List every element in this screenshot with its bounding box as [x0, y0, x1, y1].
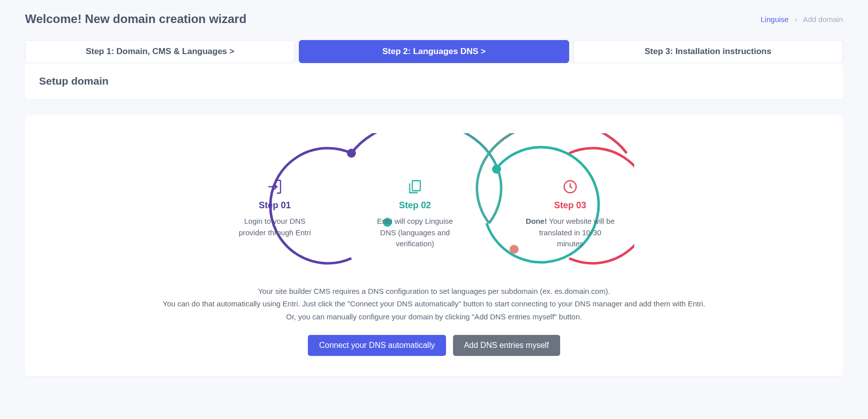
flow-step-3: Step 03 Done! Your website will be trans…: [525, 176, 615, 250]
flow-step-1-title: Step 01: [230, 200, 320, 211]
step-tab-3[interactable]: Step 3: Installation instructions: [573, 40, 843, 63]
page-title: Welcome! New domain creation wizard: [25, 12, 246, 26]
clock-icon: [525, 176, 615, 197]
wizard-steps: Step 1: Domain, CMS & Languages > Step 2…: [25, 40, 843, 63]
button-row: Connect your DNS automatically Add DNS e…: [55, 335, 813, 356]
step-tab-2[interactable]: Step 2: Languages DNS >: [299, 40, 569, 63]
flow-step-3-text: Done! Your website will be translated in…: [525, 216, 615, 250]
step-tab-1[interactable]: Step 1: Domain, CMS & Languages >: [25, 40, 295, 63]
flow-step-3-title: Step 03: [525, 200, 615, 211]
flow-step-2: Step 02 Entri will copy Linguise DNS (la…: [370, 176, 460, 250]
main-card: Step 01 Login to your DNS provider throu…: [25, 115, 843, 376]
flow-step-1-text: Login to your DNS provider through Entri: [230, 216, 320, 238]
flow-step-2-title: Step 02: [370, 200, 460, 211]
flow-step-2-text: Entri will copy Linguise DNS (languages …: [370, 216, 460, 250]
login-icon: [230, 176, 320, 197]
breadcrumb-current: Add domain: [803, 15, 843, 24]
connect-dns-button[interactable]: Connect your DNS automatically: [308, 335, 446, 356]
flow-steps-row: Step 01 Login to your DNS provider throu…: [55, 176, 813, 250]
description-text: Your site builder CMS requires a DNS con…: [134, 285, 734, 323]
setup-card: Setup domain: [25, 63, 843, 99]
setup-title: Setup domain: [39, 75, 829, 87]
svg-point-0: [347, 149, 356, 158]
add-dns-manual-button[interactable]: Add DNS entries myself: [453, 335, 560, 356]
svg-rect-4: [412, 181, 420, 191]
flow-step-1: Step 01 Login to your DNS provider throu…: [230, 176, 320, 250]
breadcrumb: Linguise › Add domain: [761, 15, 843, 24]
breadcrumb-separator: ›: [795, 15, 797, 24]
copy-icon: [370, 176, 460, 197]
breadcrumb-link[interactable]: Linguise: [761, 15, 789, 24]
svg-point-1: [492, 165, 501, 174]
